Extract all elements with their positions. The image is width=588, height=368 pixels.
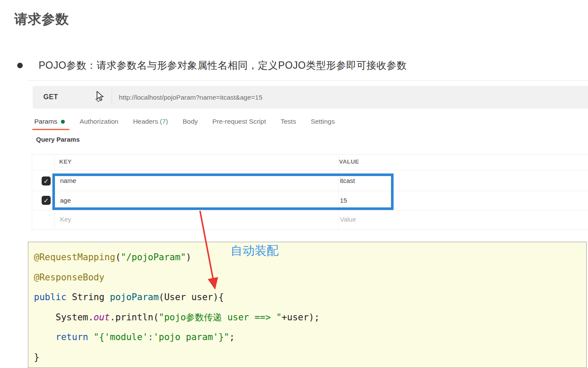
tab-headers[interactable]: Headers(7) xyxy=(133,118,168,125)
new-value-input[interactable]: Value xyxy=(340,216,356,223)
page-title: 请求参数 xyxy=(14,10,69,28)
new-key-input[interactable]: Key xyxy=(60,216,71,223)
row-checkbox[interactable]: ✓ xyxy=(42,196,51,205)
mouse-cursor-icon xyxy=(95,91,105,102)
query-params-label: Query Params xyxy=(36,136,80,143)
code-segment: } xyxy=(34,352,39,362)
code-segment: String xyxy=(72,292,110,302)
unsaved-dot-icon xyxy=(61,120,65,124)
tab-label: Body xyxy=(182,118,197,125)
code-segment: ) xyxy=(186,252,191,262)
code-line: @RequestMapping("/pojoParam") xyxy=(34,247,586,268)
row-checkbox[interactable]: ✓ xyxy=(42,176,51,186)
code-block: @RequestMapping("/pojoParam")@ResponseBo… xyxy=(28,242,587,368)
slide-page: 请求参数 POJO参数：请求参数名与形参对象属性名相同，定义POJO类型形参即可… xyxy=(0,0,588,368)
code-line: } xyxy=(34,347,586,368)
table-border xyxy=(32,154,32,229)
url-divider xyxy=(112,90,112,105)
column-header-value: VALUE xyxy=(339,158,359,165)
code-segment: out xyxy=(94,312,110,322)
tab-label: Params xyxy=(34,118,57,125)
highlight-rectangle xyxy=(52,173,394,210)
code-segment: return xyxy=(56,332,94,342)
code-segment: .println( xyxy=(110,312,159,322)
method-dropdown[interactable]: GET xyxy=(43,93,58,101)
code-segment: ( xyxy=(115,252,121,262)
code-line: @ResponseBody xyxy=(34,268,586,288)
code-segment: +user); xyxy=(282,312,320,322)
bullet-text: POJO参数：请求参数名与形参对象属性名相同，定义POJO类型形参即可接收参数 xyxy=(39,59,407,72)
code-segment: "{'module':'pojo param'}" xyxy=(94,332,229,342)
code-segment: "/pojoParam" xyxy=(121,252,186,262)
tab-count-badge: (7) xyxy=(160,118,168,125)
request-url-bar: GET http://localhost/pojoParam?name=itca… xyxy=(33,86,588,109)
tab-tests[interactable]: Tests xyxy=(281,118,296,125)
request-tabs: ParamsAuthorizationHeaders(7)BodyPre-req… xyxy=(34,118,335,125)
code-segment: @ResponseBody xyxy=(34,272,104,283)
tab-authorization[interactable]: Authorization xyxy=(79,118,118,125)
active-tab-underline xyxy=(32,129,70,130)
tab-label: Headers xyxy=(133,118,158,125)
table-border xyxy=(31,210,588,210)
tab-label: Tests xyxy=(281,118,296,125)
tab-params[interactable]: Params xyxy=(34,118,65,125)
table-border xyxy=(31,229,588,230)
code-segment: "pojo参数传递 user ==> " xyxy=(159,312,282,322)
code-segment: ; xyxy=(229,332,235,342)
bullet-dot xyxy=(17,63,23,68)
code-segment: @RequestMapping xyxy=(34,252,115,262)
table-border xyxy=(31,154,588,155)
code-segment: System. xyxy=(34,312,94,322)
table-border xyxy=(31,170,588,170)
code-segment: (User user){ xyxy=(159,292,224,302)
tab-label: Authorization xyxy=(79,118,118,125)
tab-pre-request-script[interactable]: Pre-request Script xyxy=(212,118,266,125)
code-line: return "{'module':'pojo param'}"; xyxy=(34,327,586,347)
code-line: public String pojoParam(User user){ xyxy=(34,287,586,307)
code-line: System.out.println("pojo参数传递 user ==> "+… xyxy=(34,307,586,328)
code-segment: public xyxy=(34,292,72,302)
tab-body[interactable]: Body xyxy=(182,118,197,125)
column-header-key: KEY xyxy=(59,158,72,165)
code-segment xyxy=(34,332,56,342)
postman-panel: GET http://localhost/pojoParam?name=itca… xyxy=(28,80,588,239)
request-url-input[interactable]: http://localhost/pojoParam?name=itcast&a… xyxy=(119,94,262,101)
tab-label: Pre-request Script xyxy=(212,118,266,125)
code-segment: pojoParam xyxy=(110,292,159,302)
tab-settings[interactable]: Settings xyxy=(311,118,335,125)
annotation-label: 自动装配 xyxy=(230,243,279,259)
tab-label: Settings xyxy=(311,118,335,125)
